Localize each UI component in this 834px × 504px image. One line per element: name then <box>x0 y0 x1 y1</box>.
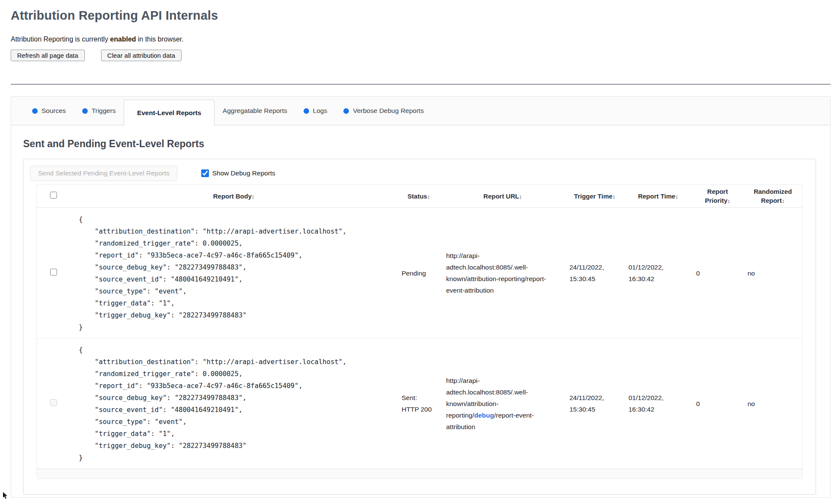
report-body-cell: { "attribution_destination": "http://ara… <box>70 208 397 338</box>
section-heading: Sent and Pending Event-Level Reports <box>23 138 816 150</box>
trigger-time: 24/11/2022, 15:30:45 <box>565 258 624 288</box>
report-url: http://arapi-adtech.localhost:8085/.well… <box>440 246 565 299</box>
sort-icon: ↕ <box>519 193 522 200</box>
table-body: { "attribution_destination": "http://ara… <box>37 208 802 469</box>
api-status-text: Attribution Reporting is currently enabl… <box>11 36 831 43</box>
col-header-report-time[interactable]: Report Time↕ <box>624 190 692 203</box>
report-status: Pending <box>397 264 440 282</box>
show-debug-toggle[interactable]: Show Debug Reports <box>201 169 275 177</box>
sort-icon: ↕ <box>675 193 678 200</box>
attribution-internals-page: Attribution Reporting API Internals Attr… <box>0 0 834 498</box>
row-select-checkbox[interactable] <box>50 399 57 406</box>
divider <box>11 84 831 85</box>
col-header-report-url[interactable]: Report URL↕ <box>440 190 565 203</box>
table-footer <box>37 469 802 478</box>
debug-link[interactable]: debug <box>474 412 494 419</box>
sort-icon: ↕ <box>252 193 255 200</box>
report-url-text: http://arapi-adtech.localhost:8085/.well… <box>446 252 546 294</box>
report-body-cell: { "attribution_destination": "http://ara… <box>70 338 397 468</box>
send-selected-reports-button[interactable]: Send Selected Pending Event-Level Report… <box>30 166 177 181</box>
new-data-dot-icon <box>343 108 349 114</box>
report-url: http://arapi-adtech.localhost:8085/.well… <box>440 371 565 436</box>
tab-logs[interactable]: Logs <box>295 97 336 125</box>
status-prefix: Attribution Reporting is currently <box>11 36 110 43</box>
col-header-status[interactable]: Status↕ <box>397 190 440 203</box>
status-enabled: enabled <box>110 36 136 43</box>
table-header-row: Report Body↕ Status↕ Report URL↕ Trigger… <box>37 185 802 208</box>
status-suffix: in this browser. <box>136 36 184 43</box>
tab-strip: Sources Triggers Event-Level Reports Agg… <box>11 97 830 125</box>
refresh-all-button[interactable]: Refresh all page data <box>11 50 85 61</box>
col-header-trigger-time[interactable]: Trigger Time↕ <box>565 190 624 203</box>
row-select-checkbox[interactable] <box>50 269 57 276</box>
report-time: 01/12/2022, 16:30:42 <box>624 388 692 418</box>
tab-label: Event-Level Reports <box>137 109 201 117</box>
sort-icon: ↕ <box>727 198 730 204</box>
sort-icon: ↕ <box>613 193 616 200</box>
col-header-randomized-report[interactable]: Randomized Report↕ <box>743 185 802 208</box>
table-row: { "attribution_destination": "http://ara… <box>37 338 802 469</box>
new-data-dot-icon <box>304 108 309 114</box>
sort-icon: ↕ <box>427 193 430 200</box>
row-select-cell <box>37 267 70 279</box>
randomized-report: no <box>743 394 802 413</box>
clear-all-button[interactable]: Clear all attribution data <box>101 50 182 61</box>
tabbox: Sources Triggers Event-Level Reports Agg… <box>11 96 831 498</box>
trigger-time: 24/11/2022, 15:30:45 <box>565 388 624 418</box>
tab-content-event-level-reports: Sent and Pending Event-Level Reports Sen… <box>11 125 830 497</box>
new-data-dot-icon <box>82 108 88 114</box>
select-all-cell <box>37 192 70 201</box>
row-select-cell <box>37 398 70 409</box>
report-priority: 0 <box>692 394 743 413</box>
report-body-json: { "attribution_destination": "http://ara… <box>70 338 397 468</box>
col-header-report-priority[interactable]: Report Priority↕ <box>692 185 743 208</box>
tab-verbose-debug-reports[interactable]: Verbose Debug Reports <box>335 97 432 125</box>
report-controls: Send Selected Pending Event-Level Report… <box>30 166 810 181</box>
show-debug-label: Show Debug Reports <box>212 169 275 177</box>
report-status: Sent: HTTP 200 <box>397 388 440 418</box>
report-body-json: { "attribution_destination": "http://ara… <box>70 208 397 338</box>
page-title: Attribution Reporting API Internals <box>11 9 831 23</box>
tab-label: Sources <box>42 107 66 115</box>
reports-panel: Send Selected Pending Event-Level Report… <box>23 159 816 495</box>
tab-triggers[interactable]: Triggers <box>74 97 124 125</box>
col-header-report-body[interactable]: Report Body↕ <box>70 190 397 203</box>
new-data-dot-icon <box>32 108 38 114</box>
select-all-checkbox[interactable] <box>50 192 57 199</box>
tab-event-level-reports[interactable]: Event-Level Reports <box>124 100 214 125</box>
table-row: { "attribution_destination": "http://ara… <box>37 208 802 338</box>
mouse-cursor-icon <box>3 492 8 500</box>
report-priority: 0 <box>692 264 743 282</box>
tab-label: Logs <box>313 107 328 115</box>
randomized-report: no <box>743 264 802 282</box>
sort-icon: ↕ <box>782 198 785 204</box>
tab-label: Triggers <box>92 107 116 115</box>
top-buttons: Refresh all page data Clear all attribut… <box>11 50 831 61</box>
tab-label: Verbose Debug Reports <box>353 107 423 115</box>
tab-sources[interactable]: Sources <box>24 97 74 125</box>
tab-label: Aggregatable Reports <box>223 107 287 115</box>
report-time: 01/12/2022, 16:30:42 <box>624 258 692 288</box>
show-debug-checkbox[interactable] <box>201 169 209 177</box>
tab-aggregatable-reports[interactable]: Aggregatable Reports <box>214 97 295 125</box>
reports-table: Report Body↕ Status↕ Report URL↕ Trigger… <box>36 184 803 479</box>
